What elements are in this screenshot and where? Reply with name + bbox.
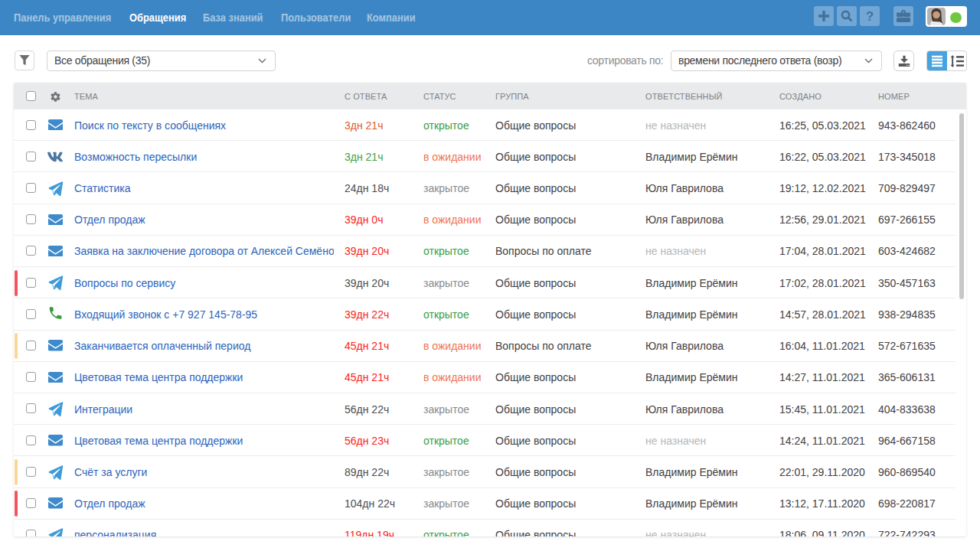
svg-text:?: ?: [866, 9, 874, 23]
